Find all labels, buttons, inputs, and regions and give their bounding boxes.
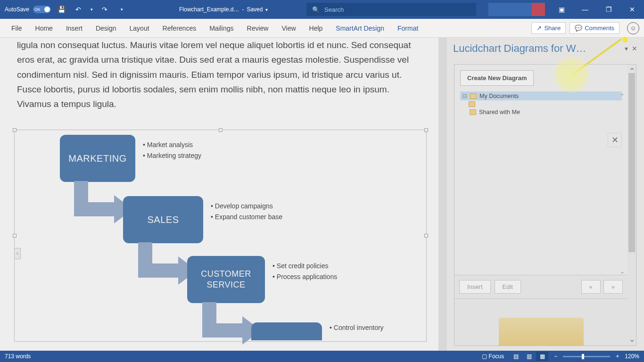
task-pane: Lucidchart Diagrams for W… ▾ ✕ ⌃ ⌄ Creat… [446, 38, 644, 351]
undo-icon[interactable]: ↶ [72, 3, 85, 16]
scroll-down-icon[interactable]: ⌄ [629, 335, 635, 344]
inner-close-icon[interactable]: ✕ [608, 133, 622, 147]
web-layout-icon[interactable]: ▦ [536, 352, 548, 361]
smartart-bullets: Set credit policies Process applications [272, 256, 337, 282]
resize-handle[interactable] [424, 128, 428, 132]
tab-layout[interactable]: Layout [123, 19, 156, 38]
folder-icon [470, 109, 476, 115]
feedback-icon[interactable]: ☺ [627, 22, 639, 34]
tab-references[interactable]: References [156, 19, 203, 38]
tab-insert[interactable]: Insert [59, 19, 89, 38]
smartart-bullets: Control inventory [330, 322, 384, 333]
tab-help[interactable]: Help [303, 19, 330, 38]
share-icon: ↗ [537, 25, 542, 32]
tab-review[interactable]: Review [240, 19, 275, 38]
paragraph-text: ligula non consequat luctus. Mauris vita… [17, 38, 421, 112]
title-bar: AutoSave On 💾 ↶ ▾ ↷ ▾ Flowchart_Example.… [0, 0, 644, 19]
comments-button[interactable]: 💬Comments [570, 22, 619, 34]
autosave-toggle[interactable]: On [33, 6, 51, 13]
pane-close-icon[interactable]: ✕ [632, 45, 637, 52]
avatar [532, 3, 545, 16]
pane-title: Lucidchart Diagrams for W… [453, 42, 621, 55]
scrollbar[interactable]: ⌃ ⌄ [627, 65, 636, 346]
read-mode-icon[interactable]: ▤ [510, 352, 522, 361]
inner-scroll-down-icon[interactable]: ⌄ [620, 268, 625, 275]
tab-format[interactable]: Format [391, 19, 425, 38]
create-new-diagram-button[interactable]: Create New Diagram [460, 70, 534, 86]
document-page[interactable]: ligula non consequat luctus. Mauris vita… [0, 38, 438, 351]
tree-item-my-documents[interactable]: ⊟ My Documents [460, 91, 622, 100]
tab-design[interactable]: Design [89, 19, 123, 38]
print-layout-icon[interactable]: ▥ [523, 352, 535, 361]
minimize-icon[interactable]: — [573, 0, 597, 19]
smartart-text-pane-toggle[interactable]: ‹ [14, 248, 21, 259]
folder-icon [470, 93, 477, 99]
zoom-out-icon[interactable]: − [554, 353, 557, 360]
redo-icon[interactable]: ↷ [98, 3, 111, 16]
focus-mode-button[interactable]: ▢ Focus [482, 353, 504, 360]
tab-file[interactable]: File [5, 19, 29, 38]
tree-item-shared-with-me[interactable]: Shared with Me [460, 108, 622, 116]
close-icon[interactable]: ✕ [620, 0, 644, 19]
smartart-node-customer-service[interactable]: CUSTOMER SERVICE [187, 256, 265, 303]
smartart-node-marketing[interactable]: MARKETING [60, 135, 135, 182]
prev-button[interactable]: « [581, 280, 601, 294]
smartart-bullets: Develop campaigns Expand customer base [211, 196, 282, 222]
word-count[interactable]: 713 words [5, 353, 31, 360]
edit-button[interactable]: Edit [495, 280, 521, 294]
zoom-level[interactable]: 120% [625, 353, 639, 360]
share-button[interactable]: ↗Share [531, 22, 566, 34]
autosave-label: AutoSave [5, 6, 29, 13]
resize-handle[interactable] [424, 234, 428, 238]
inner-scroll-up-icon[interactable]: ⌃ [620, 93, 625, 99]
ribbon-tabs: File Home Insert Design Layout Reference… [0, 19, 644, 38]
scroll-thumb[interactable] [628, 73, 635, 252]
save-icon[interactable]: 💾 [55, 3, 68, 16]
undo-dropdown-icon[interactable]: ▾ [89, 3, 94, 16]
ribbon-display-icon[interactable]: ▣ [550, 0, 573, 19]
status-bar: 713 words ▢ Focus ▤ ▥ ▦ − + 120% [0, 351, 644, 362]
user-account[interactable] [488, 3, 545, 16]
qat-customize-icon[interactable]: ▾ [115, 3, 128, 16]
pane-menu-icon[interactable]: ▾ [625, 45, 628, 52]
folder-icon [469, 101, 475, 107]
smartart-node-sales[interactable]: SALES [123, 196, 203, 243]
search-icon: 🔍 [312, 6, 320, 13]
tree-item-empty-folder[interactable] [467, 100, 622, 108]
folder-tree: ⊟ My Documents Shared with Me [454, 91, 627, 116]
comment-icon: 💬 [575, 25, 582, 32]
tab-view[interactable]: View [275, 19, 302, 38]
maximize-icon[interactable]: ❐ [597, 0, 620, 19]
document-title: Flowchart_Example.d… - Saved ▾ [179, 6, 268, 13]
tab-home[interactable]: Home [29, 19, 59, 38]
tab-smartart-design[interactable]: SmartArt Design [329, 19, 391, 38]
resize-handle[interactable] [13, 128, 17, 132]
title-dropdown-icon[interactable]: ▾ [265, 7, 268, 12]
folder-illustration [454, 298, 627, 346]
next-button[interactable]: » [603, 280, 623, 294]
resize-handle[interactable] [219, 128, 223, 132]
zoom-in-icon[interactable]: + [616, 353, 619, 360]
resize-handle[interactable] [13, 234, 17, 238]
smartart-object[interactable]: ‹ MARKETING Market analysis Marketing st… [14, 130, 427, 342]
smartart-bullets: Market analysis Marketing strategy [143, 135, 201, 161]
smartart-node-partial[interactable] [251, 322, 322, 340]
zoom-slider[interactable] [563, 356, 610, 357]
search-input[interactable]: 🔍 Search [306, 3, 476, 16]
annotation-endpoint [622, 37, 628, 42]
insert-button[interactable]: Insert [459, 280, 491, 294]
tab-mailings[interactable]: Mailings [203, 19, 240, 38]
